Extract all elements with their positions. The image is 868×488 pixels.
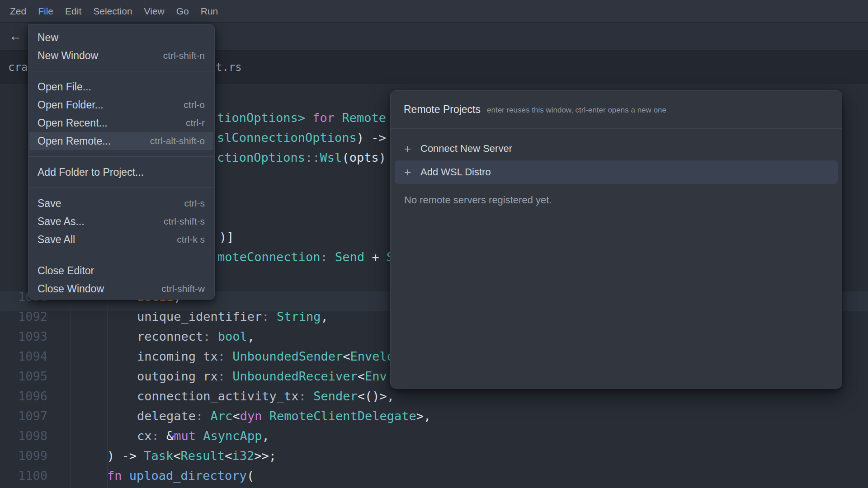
menu-item-label: Save (38, 197, 184, 210)
menu-divider (28, 188, 214, 188)
code-line: incoming_tx: UnboundedSender<Envelo (137, 347, 394, 366)
line-number: 1098 (9, 426, 47, 446)
remote-projects-modal: Remote Projects enter reuses this window… (390, 90, 842, 389)
menu-item-label: Close Editor (38, 265, 205, 277)
line-number: 1099 (9, 446, 47, 466)
modal-keyboard-hint: enter reuses this window, ctrl-enter ope… (487, 104, 666, 115)
file-menu-dropdown: New New Window ctrl-shift-n Open File...… (28, 24, 215, 300)
menu-divider (28, 255, 214, 255)
remote-projects-list: + Connect New Server + Add WSL Distro (391, 129, 842, 184)
menu-item[interactable]: Save All ctrl-k s (29, 230, 213, 249)
menu-item-shortcut: ctrl-shift-s (164, 216, 205, 227)
back-arrow-icon[interactable]: ← (7, 23, 24, 51)
menu-item[interactable]: Close Window ctrl-shift-w (29, 280, 213, 298)
code-line: reconnect: bool, (137, 327, 255, 347)
menu-item-label: New Window (38, 50, 163, 62)
code-line: fn upload_directory( (107, 466, 254, 486)
line-number: 1100 (9, 466, 47, 486)
menu-item-label: Open File... (38, 81, 205, 93)
breadcrumb-fragment-right: t.rs (216, 51, 242, 84)
plus-icon: + (404, 137, 420, 160)
line-number: 1096 (9, 386, 47, 406)
menu-item-shortcut: ctrl-o (184, 99, 205, 110)
menu-item-label: Open Folder... (38, 99, 184, 111)
code-line: ctionOptions::Wsl(opts) (217, 148, 386, 168)
empty-state-message: No remote servers registered yet. (395, 190, 838, 210)
code-line: moteConnection: Send + S (217, 247, 394, 267)
menu-item-shortcut: ctrl-shift-n (163, 50, 205, 61)
code-line: unique_identifier: String, (137, 307, 328, 327)
menu-item[interactable]: Close Editor (29, 262, 213, 280)
menubar-item-run[interactable]: Run (201, 6, 218, 17)
menu-item-label: Save All (38, 234, 177, 246)
menu-item[interactable]: Save ctrl-s (29, 194, 213, 212)
menu-item[interactable]: New Window ctrl-shift-n (29, 47, 213, 65)
remote-projects-header: Remote Projects enter reuses this window… (391, 91, 842, 129)
line-number: 1095 (9, 366, 47, 386)
menu-item[interactable]: Open Remote... ctrl-alt-shift-o (29, 132, 213, 150)
menu-item-shortcut: ctrl-alt-shift-o (150, 136, 205, 146)
code-line: slConnectionOptions) -> (217, 128, 386, 148)
menu-item-shortcut: ctrl-s (184, 198, 205, 209)
menu-bar: ZedFileEditSelectionViewGoRun (0, 0, 868, 23)
remote-projects-item[interactable]: + Add WSL Distro (395, 160, 838, 184)
zed-window: 1111111111109110921093109410951096109710… (0, 0, 868, 488)
line-number: 1097 (9, 406, 47, 426)
menu-item-label: Open Remote... (38, 135, 150, 147)
code-line: connection_activity_tx: Sender<()>, (137, 386, 394, 406)
menubar-item-file[interactable]: File (38, 6, 53, 17)
menu-divider (28, 71, 214, 71)
menu-item-shortcut: ctrl-k s (177, 234, 205, 245)
code-line: tionOptions> for Remote (217, 108, 386, 128)
code-line: )] (219, 227, 234, 247)
menubar-item-go[interactable]: Go (176, 6, 189, 17)
plus-icon: + (404, 160, 420, 184)
menu-item-label: Open Recent... (38, 117, 186, 129)
menu-item[interactable]: Open File... (29, 78, 213, 96)
menubar-item-view[interactable]: View (144, 6, 165, 17)
menu-item-shortcut: ctrl-shift-w (161, 283, 205, 294)
menu-item-label: Close Window (38, 283, 161, 295)
menu-item-shortcut: ctrl-r (186, 117, 205, 128)
menu-item-label: Save As... (38, 216, 164, 228)
line-number: 1094 (9, 347, 47, 366)
code-line: cx: &mut AsyncApp, (137, 426, 269, 446)
menu-item[interactable]: New (29, 28, 213, 47)
remote-projects-item-label: Add WSL Distro (420, 166, 491, 178)
menu-item[interactable]: Open Recent... ctrl-r (29, 114, 213, 132)
menu-item-label: Add Folder to Project... (38, 166, 205, 178)
remote-projects-item[interactable]: + Connect New Server (395, 137, 838, 160)
code-line: ) -> Task<Result<i32>>; (107, 446, 276, 466)
line-number: 1093 (9, 327, 47, 347)
menubar-item-zed[interactable]: Zed (10, 6, 26, 17)
menubar-item-edit[interactable]: Edit (65, 6, 81, 17)
remote-projects-item-label: Connect New Server (420, 143, 512, 155)
breadcrumb-fragment-left: cra (8, 51, 28, 84)
menu-divider (28, 156, 214, 157)
menu-item[interactable]: Add Folder to Project... (29, 163, 213, 181)
code-line: delegate: Arc<dyn RemoteClientDelegate>, (137, 406, 431, 426)
modal-title: Remote Projects (404, 103, 481, 116)
menu-item[interactable]: Save As... ctrl-shift-s (29, 212, 213, 230)
line-number: 1092 (9, 307, 47, 327)
code-line: outgoing_rx: UnboundedReceiver<Env (137, 366, 387, 386)
menu-item[interactable]: Open Folder... ctrl-o (29, 96, 213, 114)
menubar-item-selection[interactable]: Selection (93, 6, 132, 17)
menu-item-label: New (38, 32, 205, 44)
